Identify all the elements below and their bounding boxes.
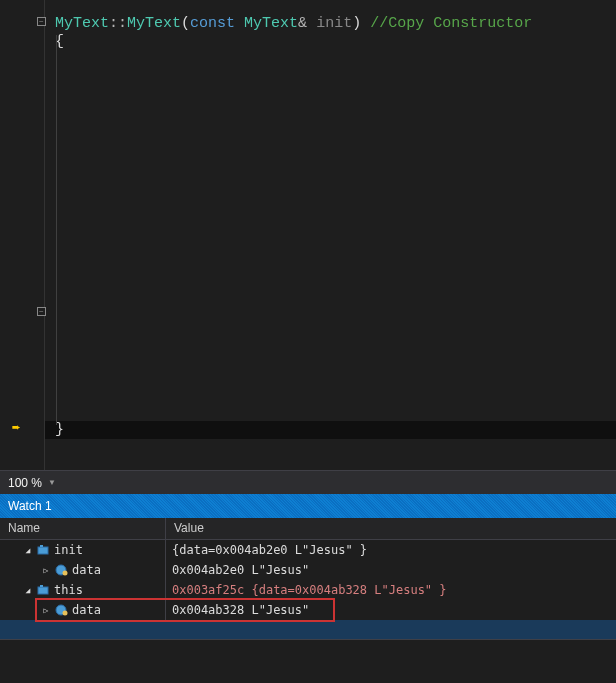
struct-icon bbox=[36, 543, 50, 557]
indent-guide bbox=[56, 35, 57, 425]
svg-rect-1 bbox=[40, 545, 43, 547]
var-name: this bbox=[54, 583, 83, 597]
var-value-changed: 0x003af25c {data=0x004ab328 L"Jesus" } bbox=[166, 583, 616, 597]
svg-point-3 bbox=[63, 571, 68, 576]
ref-symbol: & bbox=[298, 15, 307, 32]
svg-rect-5 bbox=[40, 585, 43, 587]
var-name: data bbox=[72, 603, 101, 617]
watch-row-init[interactable]: ◢ init {data=0x004ab2e0 L"Jesus" } bbox=[0, 540, 616, 560]
var-name: init bbox=[54, 543, 83, 557]
watch-row-this[interactable]: ◢ this 0x003af25c {data=0x004ab328 L"Jes… bbox=[0, 580, 616, 600]
empty-watch-row[interactable] bbox=[0, 620, 616, 640]
comment: //Copy Constructor bbox=[370, 15, 532, 32]
type-name: MyText bbox=[55, 15, 109, 32]
expander-open-icon[interactable]: ◢ bbox=[22, 544, 34, 556]
code-line-current[interactable]: } bbox=[45, 421, 616, 439]
var-value: {data=0x004ab2e0 L"Jesus" } bbox=[166, 543, 616, 557]
fold-minus-icon[interactable]: − bbox=[37, 307, 46, 316]
watch-row-this-data[interactable]: ▷ data 0x004ab328 L"Jesus" bbox=[0, 600, 616, 620]
scope-op: :: bbox=[109, 15, 127, 32]
watch-column-headers: Name Value bbox=[0, 518, 616, 540]
param-name: init bbox=[316, 15, 352, 32]
code-line[interactable]: MyText::MyText(const MyText& init) //Cop… bbox=[45, 15, 616, 33]
svg-point-7 bbox=[63, 611, 68, 616]
svg-rect-4 bbox=[38, 587, 48, 594]
var-value: 0x004ab328 L"Jesus" bbox=[166, 603, 616, 617]
execution-pointer-icon: ➨ bbox=[12, 419, 20, 436]
var-value: 0x004ab2e0 L"Jesus" bbox=[166, 563, 616, 577]
column-value-header[interactable]: Value bbox=[166, 518, 616, 539]
code-line[interactable]: { bbox=[45, 33, 616, 51]
zoom-dropdown[interactable]: 100 % ▼ bbox=[8, 476, 56, 490]
expander-open-icon[interactable]: ◢ bbox=[22, 584, 34, 596]
param-type: MyText bbox=[244, 15, 298, 32]
const-keyword: const bbox=[190, 15, 235, 32]
watch-panel: Watch 1 Name Value ◢ init {data=0x004ab2… bbox=[0, 494, 616, 683]
struct-icon bbox=[36, 583, 50, 597]
fold-minus-icon[interactable]: − bbox=[37, 17, 46, 26]
watch-title[interactable]: Watch 1 bbox=[0, 494, 616, 518]
paren-close: ) bbox=[352, 15, 361, 32]
field-icon bbox=[54, 563, 68, 577]
editor-gutter: − − bbox=[0, 0, 45, 470]
chevron-down-icon: ▼ bbox=[48, 478, 56, 487]
svg-rect-0 bbox=[38, 547, 48, 554]
zoom-bar: 100 % ▼ bbox=[0, 470, 616, 494]
expander-closed-icon[interactable]: ▷ bbox=[40, 604, 52, 616]
column-name-header[interactable]: Name bbox=[0, 518, 166, 539]
expander-closed-icon[interactable]: ▷ bbox=[40, 564, 52, 576]
ctor-name: MyText bbox=[127, 15, 181, 32]
var-name: data bbox=[72, 563, 101, 577]
watch-rows: ◢ init {data=0x004ab2e0 L"Jesus" } ▷ dat… bbox=[0, 540, 616, 683]
paren-open: ( bbox=[181, 15, 190, 32]
field-icon bbox=[54, 603, 68, 617]
watch-row-init-data[interactable]: ▷ data 0x004ab2e0 L"Jesus" bbox=[0, 560, 616, 580]
code-editor[interactable]: − − ➨ MyText::MyText(const MyText& init)… bbox=[0, 0, 616, 470]
zoom-level: 100 % bbox=[8, 476, 42, 490]
